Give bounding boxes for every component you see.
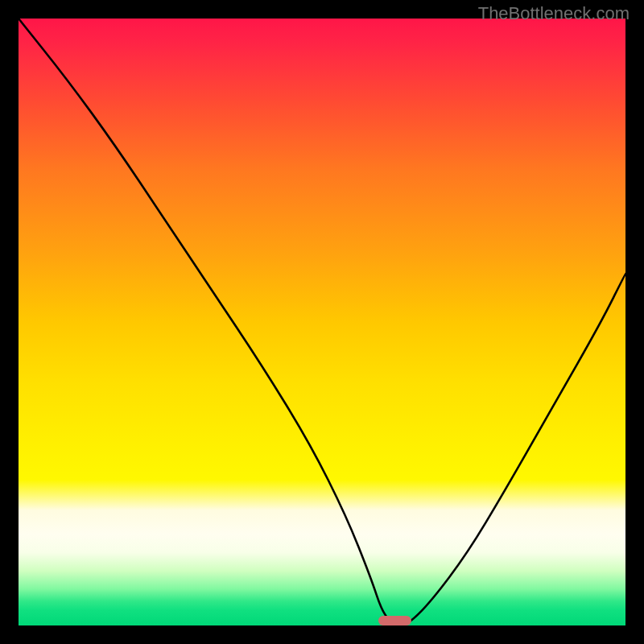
- optimal-zone-marker: [378, 616, 411, 625]
- bottleneck-curve: [19, 19, 625, 625]
- chart-plot-area: [19, 19, 625, 625]
- watermark-text: TheBottleneck.com: [478, 3, 630, 24]
